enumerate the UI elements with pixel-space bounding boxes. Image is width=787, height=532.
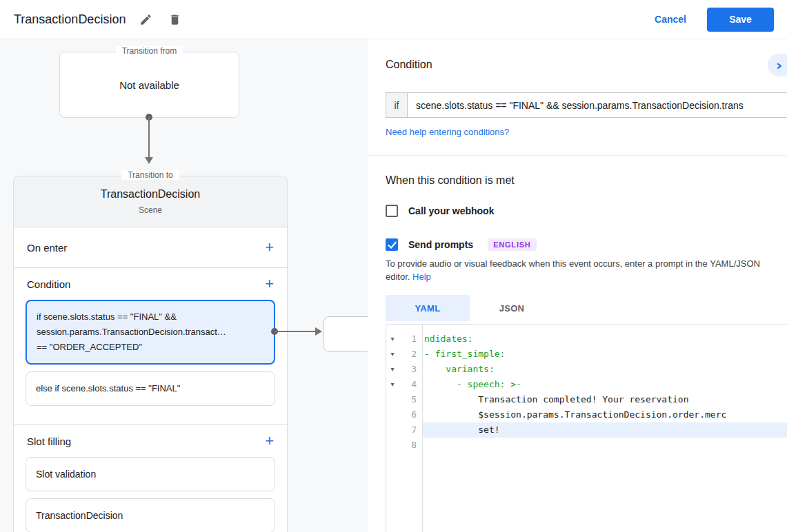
send-prompts-row: Send prompts ENGLISH: [386, 238, 537, 251]
panel-title: Condition: [386, 59, 432, 71]
code-text[interactable]: ndidates:: [422, 331, 787, 347]
if-prefix-label: if: [386, 92, 407, 118]
arrow-right-icon: [315, 327, 322, 336]
scene-card-header[interactable]: TransactionDecision Scene: [14, 176, 287, 227]
scene-type-label: Scene: [14, 205, 287, 215]
conditions-help-link[interactable]: Need help entering conditions?: [386, 127, 509, 137]
code-text[interactable]: variants:: [422, 362, 787, 377]
save-button[interactable]: Save: [707, 8, 774, 32]
code-line: 8: [386, 438, 787, 453]
code-text[interactable]: - first_simple:: [422, 347, 787, 362]
when-condition-met-heading: When this condition is met: [386, 174, 515, 187]
condition-line: session.params.TransactionDecision.trans…: [37, 325, 264, 340]
line-number: 3: [399, 362, 422, 377]
slot-filling-section-label: Slot filling: [27, 436, 71, 447]
condition-section: Condition + if scene.slots.status == "FI…: [14, 268, 287, 425]
condition-item[interactable]: else if scene.slots.status == "FINAL": [26, 371, 275, 406]
top-bar: TransactionDecision Cancel Save: [0, 0, 787, 39]
trash-icon: [168, 13, 181, 26]
on-enter-row: On enter +: [14, 227, 287, 268]
cancel-button[interactable]: Cancel: [655, 14, 686, 25]
transition-to-legend: Transition to: [121, 170, 179, 180]
connector-line: [148, 117, 150, 158]
add-condition-icon[interactable]: +: [265, 277, 274, 291]
code-text[interactable]: $session.params.TransactionDecision.orde…: [422, 407, 787, 422]
line-number: 8: [399, 438, 422, 453]
code-line: ▾1 ndidates:: [386, 331, 787, 347]
slot-item-label: Slot validation: [36, 469, 96, 480]
condition-line: else if scene.slots.status == "FINAL": [36, 381, 265, 396]
code-line: ▾4 - speech: >-: [386, 377, 787, 392]
fold-arrow-icon[interactable]: ▾: [386, 377, 399, 392]
condition-detail-panel: Condition › if Need help entering condit…: [368, 39, 787, 532]
chevron-right-icon: ›: [776, 58, 782, 73]
arrow-down-icon: [145, 157, 153, 164]
call-webhook-label: Call your webhook: [408, 205, 494, 216]
code-text[interactable]: Transaction completed! Your reservation: [422, 392, 787, 407]
gutter-separator: [422, 325, 423, 532]
code-text[interactable]: set!: [422, 422, 787, 438]
next-transition-node[interactable]: [323, 316, 375, 352]
connector-line: [275, 331, 316, 332]
flow-canvas: Transition from Not available Transition…: [0, 39, 368, 532]
condition-line: if scene.slots.status == "FINAL" &&: [37, 309, 264, 325]
line-number: 2: [399, 347, 422, 362]
collapse-panel-button[interactable]: ›: [768, 54, 787, 76]
transition-from-value: Not available: [119, 79, 179, 91]
line-number: 6: [399, 407, 422, 422]
on-enter-label: On enter: [27, 242, 67, 254]
line-number: 7: [399, 422, 422, 438]
code-text[interactable]: [422, 438, 787, 453]
pencil-icon: [139, 13, 152, 26]
fold-arrow-icon[interactable]: ▾: [386, 362, 399, 377]
tab-json[interactable]: JSON: [470, 295, 554, 321]
condition-section-label: Condition: [27, 278, 70, 290]
code-line: ▾3 variants:: [386, 362, 787, 377]
send-prompts-checkbox[interactable]: [386, 238, 398, 251]
scene-name: TransactionDecision: [14, 188, 287, 201]
fold-arrow-icon[interactable]: ▾: [386, 347, 399, 362]
transition-from-legend: Transition from: [116, 46, 183, 56]
condition-expression-input[interactable]: [407, 92, 787, 118]
transition-from-node: Transition from Not available: [59, 52, 239, 118]
panel-divider: [368, 155, 787, 156]
slot-item[interactable]: Slot validation: [26, 457, 275, 491]
condition-line: == "ORDER_ACCEPTED": [37, 340, 264, 355]
tab-yaml[interactable]: YAML: [386, 295, 470, 321]
editor-format-tabs: YAML JSON: [386, 295, 554, 321]
slot-item-label: TransactionDecision: [36, 510, 123, 521]
scene-editor-screen: TransactionDecision Cancel Save Transiti…: [0, 0, 787, 532]
fold-arrow-icon[interactable]: ▾: [386, 331, 399, 347]
code-line: ▾2 - first_simple:: [386, 347, 787, 362]
condition-header-row: Condition +: [14, 268, 287, 300]
slot-item[interactable]: TransactionDecision: [26, 498, 275, 532]
transition-to-node: Transition to TransactionDecision Scene …: [13, 176, 288, 532]
add-slot-icon[interactable]: +: [265, 434, 274, 448]
code-text[interactable]: - speech: >-: [422, 377, 787, 392]
slot-filling-header-row: Slot filling +: [14, 425, 287, 457]
code-line: 5 Transaction completed! Your reservatio…: [386, 392, 787, 407]
edit-scene-button[interactable]: [137, 10, 155, 28]
line-number: 5: [399, 392, 422, 407]
delete-scene-button[interactable]: [166, 10, 183, 28]
line-number: 1: [399, 331, 422, 347]
add-on-enter-icon[interactable]: +: [265, 241, 274, 254]
help-link[interactable]: Help: [412, 272, 431, 282]
code-line-active: 7 set!: [386, 422, 787, 438]
top-bar-actions: Cancel Save: [655, 8, 787, 32]
send-prompts-label: Send prompts: [408, 239, 473, 250]
call-webhook-checkbox[interactable]: [386, 205, 398, 217]
prompt-helper-text: To provide audio or visual feedback when…: [386, 257, 784, 283]
language-badge: ENGLISH: [488, 238, 537, 251]
line-number: 4: [399, 377, 422, 392]
code-line: 6 $session.params.TransactionDecision.or…: [386, 407, 787, 422]
yaml-code-editor[interactable]: ▾1 ndidates: ▾2 - first_simple: ▾3 varia…: [386, 324, 787, 532]
condition-item-selected[interactable]: if scene.slots.status == "FINAL" && sess…: [26, 300, 275, 365]
condition-expression-group: if: [386, 92, 787, 118]
call-webhook-row: Call your webhook: [386, 205, 494, 217]
page-title: TransactionDecision: [14, 12, 126, 27]
